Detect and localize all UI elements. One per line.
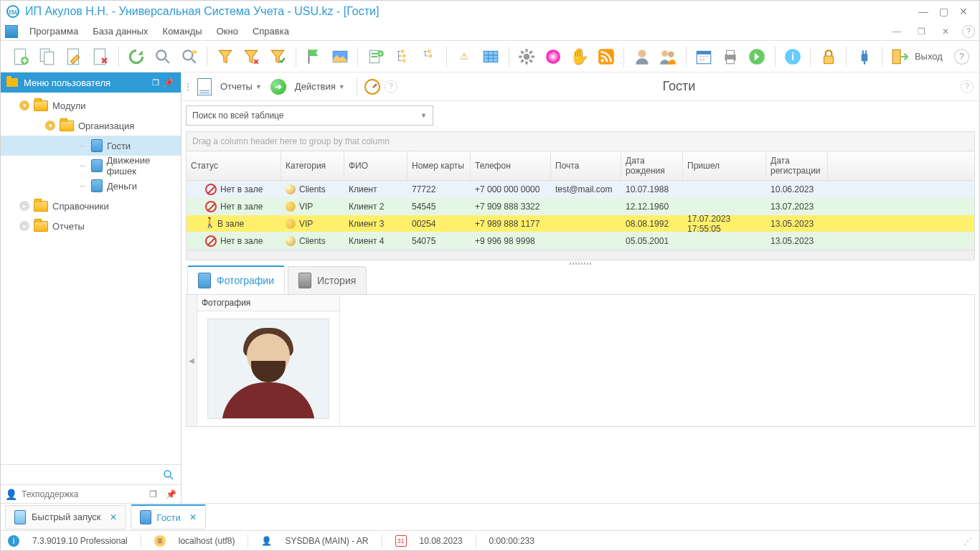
tab-history[interactable]: История bbox=[288, 266, 367, 294]
refresh-icon[interactable] bbox=[126, 46, 146, 67]
tree-guests[interactable]: Гости bbox=[1, 136, 181, 156]
tree-label: Организация bbox=[78, 121, 134, 131]
status-out-icon bbox=[205, 184, 217, 195]
plug-icon[interactable] bbox=[854, 46, 875, 67]
flag-icon[interactable] bbox=[303, 46, 324, 67]
svg-rect-16 bbox=[402, 59, 405, 62]
menu-window[interactable]: Окно bbox=[214, 24, 241, 38]
lock-icon[interactable] bbox=[818, 46, 839, 67]
table-row[interactable]: Нет в залеVIPКлиент 254545+7 909 888 332… bbox=[187, 198, 974, 215]
status-out-icon bbox=[205, 235, 217, 247]
close-button[interactable]: ✕ bbox=[953, 3, 974, 20]
tree-collapse-icon[interactable] bbox=[418, 46, 439, 67]
splitter[interactable] bbox=[186, 260, 975, 266]
col-phone[interactable]: Телефон bbox=[471, 151, 551, 180]
panel-restore-button[interactable]: ❐ bbox=[149, 489, 157, 499]
svg-point-26 bbox=[668, 51, 674, 57]
grid-icon[interactable] bbox=[481, 46, 501, 67]
tree-directories[interactable]: ▸Справочники bbox=[1, 196, 181, 216]
connection-label: localhost (utf8) bbox=[179, 536, 235, 546]
mdi-help-icon[interactable]: ? bbox=[962, 25, 975, 38]
mdi-restore-button[interactable]: ❐ bbox=[913, 24, 929, 39]
tab-label: История bbox=[317, 275, 356, 286]
col-came[interactable]: Пришел bbox=[683, 151, 766, 180]
tab-photos[interactable]: Фотографии bbox=[187, 265, 285, 294]
delete-doc-icon[interactable] bbox=[90, 46, 111, 67]
rss-icon[interactable] bbox=[595, 46, 616, 67]
menu-help[interactable]: Справка bbox=[250, 24, 292, 38]
tree-reports[interactable]: ▸Отчеты bbox=[1, 216, 181, 236]
col-status[interactable]: Статус bbox=[187, 151, 281, 180]
photo-cell[interactable] bbox=[197, 311, 339, 426]
toolbar-help-icon[interactable]: ? bbox=[385, 80, 397, 93]
exit-icon[interactable] bbox=[890, 46, 910, 67]
mdi-minimize-button[interactable]: — bbox=[889, 24, 905, 39]
panel-help-icon[interactable]: ? bbox=[961, 80, 974, 93]
info-icon[interactable]: i bbox=[782, 46, 803, 67]
calendar-icon[interactable] bbox=[694, 46, 715, 67]
tree-chips[interactable]: Движение фишек bbox=[1, 156, 181, 176]
menu-commands[interactable]: Команды bbox=[160, 24, 205, 38]
resize-grip-icon[interactable]: ⋰ bbox=[963, 536, 972, 546]
tree-expand-icon[interactable] bbox=[392, 46, 413, 67]
search-db-icon[interactable] bbox=[179, 46, 199, 67]
user-icon[interactable] bbox=[631, 46, 652, 67]
window-title: ИП Акулов Н.Н. - Универсальная Система У… bbox=[25, 5, 379, 18]
search-icon[interactable] bbox=[152, 46, 173, 67]
reports-dropdown[interactable]: Отчеты▼ bbox=[216, 79, 266, 94]
search-combo[interactable]: Поиск по всей таблице ▼ bbox=[186, 105, 433, 126]
filter-icon[interactable] bbox=[215, 46, 235, 67]
search-icon[interactable] bbox=[162, 468, 175, 481]
copy-doc-icon[interactable] bbox=[37, 46, 58, 67]
maximize-button[interactable]: ▢ bbox=[933, 3, 953, 20]
mdi-close-button[interactable]: ✕ bbox=[938, 24, 953, 39]
tab-close-icon[interactable]: ✕ bbox=[110, 512, 117, 522]
help-icon[interactable]: ? bbox=[954, 49, 969, 65]
table-row[interactable]: Нет в залеClientsКлиент77722+7 000 000 0… bbox=[187, 181, 974, 198]
table-row[interactable]: Нет в залеClientsКлиент 454075+9 996 98 … bbox=[187, 232, 974, 250]
menu-program[interactable]: Программа bbox=[27, 24, 81, 38]
actions-dropdown[interactable]: Действия▼ bbox=[291, 79, 349, 94]
sidebar: Меню пользователя ❐ 📌 ▾Модули ▾Организац… bbox=[1, 72, 182, 503]
expander-icon: ▾ bbox=[45, 121, 55, 131]
tab-guests[interactable]: Гости ✕ bbox=[131, 504, 206, 529]
filter-remove-icon[interactable] bbox=[241, 46, 262, 67]
svg-rect-3 bbox=[44, 52, 54, 64]
grid-scrollbar[interactable] bbox=[187, 250, 974, 260]
filter-ok-icon[interactable] bbox=[268, 46, 288, 67]
col-category[interactable]: Категория bbox=[281, 151, 344, 180]
table-row[interactable]: В залеVIPКлиент 300254+7 989 888 117708.… bbox=[187, 215, 974, 232]
form-add-icon[interactable] bbox=[365, 46, 386, 67]
col-card[interactable]: Номер карты bbox=[407, 151, 471, 180]
tree-money[interactable]: Деньги bbox=[1, 176, 181, 196]
color-icon[interactable] bbox=[543, 46, 564, 67]
hand-icon[interactable]: ✋ bbox=[569, 46, 590, 67]
edit-doc-icon[interactable] bbox=[64, 46, 85, 67]
col-fio[interactable]: ФИО bbox=[344, 151, 407, 180]
new-doc-icon[interactable] bbox=[11, 46, 32, 67]
print-icon[interactable] bbox=[720, 46, 741, 67]
col-mail[interactable]: Почта bbox=[551, 151, 621, 180]
sidebar-pin-button[interactable]: 📌 bbox=[162, 76, 175, 89]
picture-icon[interactable] bbox=[330, 46, 351, 67]
tab-close-icon[interactable]: ✕ bbox=[189, 512, 197, 522]
users-icon[interactable] bbox=[658, 46, 679, 67]
minimize-button[interactable]: — bbox=[913, 3, 933, 20]
tree-modules[interactable]: ▾Модули bbox=[1, 95, 181, 116]
forward-icon[interactable] bbox=[747, 46, 768, 67]
col-dob[interactable]: Дата рождения bbox=[621, 151, 683, 180]
photo-prev-button[interactable]: ◀ bbox=[187, 295, 197, 426]
nav-tree: ▾Модули ▾Организация Гости Движение фише… bbox=[1, 93, 181, 464]
tab-quick-launch[interactable]: Быстрый запуск ✕ bbox=[5, 505, 126, 529]
clock-icon[interactable] bbox=[364, 79, 380, 95]
group-by-bar[interactable]: Drag a column header here to group by th… bbox=[186, 131, 975, 151]
sidebar-restore-button[interactable]: ❐ bbox=[149, 76, 162, 89]
col-reg[interactable]: Дата регистрации bbox=[766, 151, 828, 180]
panel-pin-button[interactable]: 📌 bbox=[166, 489, 176, 499]
warning-icon[interactable]: ⚠ bbox=[454, 46, 475, 67]
tree-organization[interactable]: ▾Организация bbox=[1, 116, 181, 136]
report-icon bbox=[197, 78, 212, 95]
support-panel[interactable]: 👤 Техподдержка ❐ 📌 bbox=[1, 484, 181, 503]
gear-icon[interactable] bbox=[517, 46, 537, 67]
menu-database[interactable]: База данных bbox=[90, 24, 151, 38]
